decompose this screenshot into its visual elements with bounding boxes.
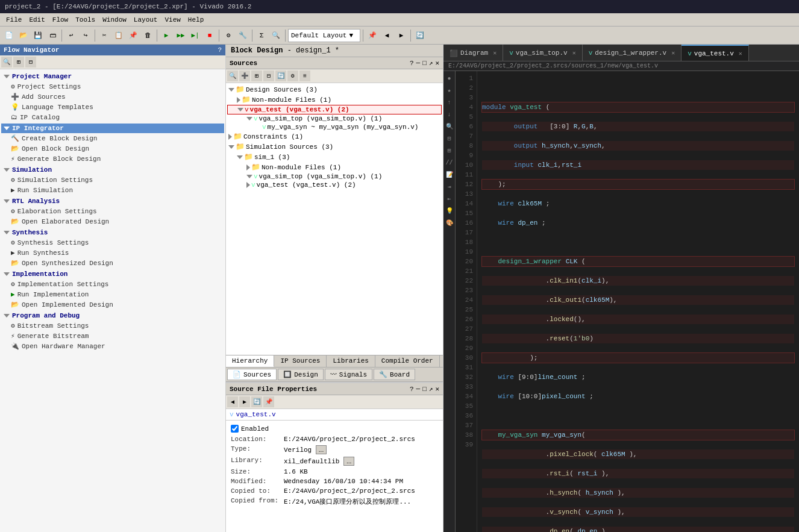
run2-button[interactable]: ▶▶ bbox=[174, 29, 187, 42]
save-button[interactable]: 💾 bbox=[31, 29, 45, 42]
editor-tab-diagram[interactable]: ⬛ Diagram ✕ bbox=[443, 45, 503, 61]
find-icon[interactable]: 🔍 bbox=[445, 122, 454, 131]
tree-item-constraints[interactable]: 📁 Constraints (1) bbox=[227, 131, 442, 142]
refresh-sfp-icon[interactable]: 🔄 bbox=[251, 396, 262, 407]
nav-item-run-impl[interactable]: ▶ Run Implementation bbox=[1, 289, 224, 299]
expand-all-icon[interactable]: ⊞ bbox=[13, 57, 24, 67]
outdent-icon[interactable]: ⇤ bbox=[445, 194, 454, 204]
subtab-design[interactable]: 🔲 Design bbox=[278, 369, 324, 380]
enabled-checkbox[interactable] bbox=[231, 425, 239, 433]
search-button[interactable]: 🔍 bbox=[269, 29, 283, 42]
subtab-board[interactable]: 🔧 Board bbox=[374, 369, 415, 380]
nav-item-add-sources[interactable]: ➕ Add Sources bbox=[1, 92, 224, 102]
nav-item-hw-manager[interactable]: 🔌 Open Hardware Manager bbox=[1, 341, 224, 351]
next-button[interactable]: ▶ bbox=[239, 396, 250, 407]
tree-item-my-vga-syn[interactable]: v my_vga_syn ~ my_vga_syn (my_vga_syn.v) bbox=[227, 123, 442, 131]
library-browse-button[interactable]: ... bbox=[343, 457, 354, 466]
code-editor[interactable]: module vga_test ( output [3:0] R,G,B, ou… bbox=[477, 71, 799, 532]
color-icon[interactable]: 🎨 bbox=[445, 218, 454, 228]
nav-item-sim-settings[interactable]: ⚙ Simulation Settings bbox=[1, 175, 224, 185]
nav-item-bitstream-settings[interactable]: ⚙ Bitstream Settings bbox=[1, 321, 224, 331]
tree-item-sim-sources[interactable]: 📁 Simulation Sources (3) bbox=[227, 142, 442, 152]
nav-section-header-synth[interactable]: Synthesis bbox=[1, 228, 224, 237]
maximize-icon[interactable]: □ bbox=[422, 60, 427, 67]
collapse-all-icon[interactable]: ⊟ bbox=[25, 57, 36, 67]
nav-item-gen-bd[interactable]: ⚡ Generate Block Design bbox=[1, 154, 224, 164]
expand-sources-icon[interactable]: ⊞ bbox=[251, 70, 262, 81]
options-sources-icon[interactable]: ⚙ bbox=[287, 70, 298, 81]
tab-hierarchy[interactable]: Hierarchy bbox=[226, 355, 274, 367]
menu-window[interactable]: Window bbox=[99, 16, 130, 23]
nav-item-impl-settings[interactable]: ⚙ Implementation Settings bbox=[1, 279, 224, 289]
save-all-button[interactable]: 🗃 bbox=[46, 29, 59, 42]
delete-button[interactable]: 🗑 bbox=[141, 29, 154, 42]
float-icon[interactable]: ↗ bbox=[429, 385, 433, 393]
bulb-icon[interactable]: 💡 bbox=[445, 206, 454, 216]
minimize-icon[interactable]: ─ bbox=[416, 60, 421, 67]
more-sources-icon[interactable]: ≡ bbox=[299, 70, 310, 81]
nav-item-run-synth[interactable]: ▶ Run Synthesis bbox=[1, 248, 224, 258]
minimize-icon[interactable]: ─ bbox=[416, 386, 421, 393]
menu-edit[interactable]: Edit bbox=[25, 16, 48, 23]
editor-tab-design1-wrapper[interactable]: v design_1_wrapper.v ✕ bbox=[583, 45, 682, 61]
refresh-sources-icon[interactable]: 🔄 bbox=[275, 70, 286, 81]
undo-button[interactable]: ↩ bbox=[64, 29, 78, 42]
bookmark-icon[interactable]: ★ bbox=[445, 86, 454, 95]
close-icon[interactable]: ✕ bbox=[435, 59, 439, 67]
nav-back-button[interactable]: ◀ bbox=[380, 29, 393, 42]
close-icon[interactable]: ✕ bbox=[435, 385, 439, 393]
search-sources-icon[interactable]: 🔍 bbox=[227, 70, 238, 81]
tree-item-vga-sim-top[interactable]: v vga_sim_top (vga_sim_top.v) (1) bbox=[227, 114, 442, 123]
tab-ip-sources[interactable]: IP Sources bbox=[274, 355, 327, 367]
breakpoint-icon[interactable]: ● bbox=[445, 74, 454, 83]
subtab-sources[interactable]: 📄 Sources bbox=[227, 369, 277, 380]
nav-section-header-rtl[interactable]: RTL Analysis bbox=[1, 196, 224, 206]
menu-help[interactable]: Help bbox=[184, 16, 207, 23]
nav-item-gen-bitstream[interactable]: ⚡ Generate Bitstream bbox=[1, 331, 224, 341]
nav-section-header-prog[interactable]: Program and Debug bbox=[1, 311, 224, 321]
nav-item-ip-catalog[interactable]: 🗂 IP Catalog bbox=[1, 112, 224, 122]
tab-compile-order[interactable]: Compile Order bbox=[375, 355, 440, 367]
search-nav-icon[interactable]: 🔍 bbox=[1, 57, 12, 67]
float-icon[interactable]: ↗ bbox=[429, 59, 433, 67]
nav-item-run-sim[interactable]: ▶ Run Simulation bbox=[1, 185, 224, 195]
editor-tab-vga-sim-top[interactable]: v vga_sim_top.v ✕ bbox=[503, 45, 582, 61]
menu-file[interactable]: File bbox=[2, 16, 25, 23]
tree-item-vga-test[interactable]: v vga_test (vga_test.v) (2) bbox=[227, 105, 442, 114]
pin-sfp-icon[interactable]: 📌 bbox=[263, 396, 274, 407]
editor-tab-vga-test[interactable]: v vga_test.v ✕ bbox=[682, 45, 749, 61]
refresh-button[interactable]: 🔄 bbox=[413, 29, 427, 42]
nav-section-header-ip[interactable]: IP Integrator bbox=[1, 124, 224, 133]
tree-item-sim-non-module[interactable]: 📁 Non-module Files (1) bbox=[227, 162, 442, 172]
synth-button[interactable]: ⚙ bbox=[222, 29, 235, 42]
run3-button[interactable]: ▶| bbox=[189, 29, 202, 42]
comment-icon[interactable]: 📝 bbox=[445, 170, 454, 180]
collapse-sources-icon[interactable]: ⊟ bbox=[263, 70, 274, 81]
close-icon[interactable]: ✕ bbox=[671, 49, 675, 57]
nav-fwd-button[interactable]: ▶ bbox=[395, 29, 408, 42]
stop-button[interactable]: ■ bbox=[203, 29, 216, 42]
nav-item-open-elab[interactable]: 📂 Open Elaborated Design bbox=[1, 216, 224, 227]
cut-button[interactable]: ✂ bbox=[98, 29, 111, 42]
tree-item-sim-vga-test[interactable]: v vga_test (vga_test.v) (2) bbox=[227, 181, 442, 189]
pin-button[interactable]: 📌 bbox=[366, 29, 379, 42]
maximize-icon[interactable]: □ bbox=[422, 386, 427, 393]
new-file-button[interactable]: 📄 bbox=[2, 29, 16, 42]
help-icon[interactable]: ? bbox=[410, 60, 414, 67]
nav-section-header-project[interactable]: Project Manager bbox=[1, 72, 224, 81]
tree-item-sim-vga-sim-top[interactable]: v vga_sim_top (vga_sim_top.v) (1) bbox=[227, 172, 442, 181]
nav-item-open-synth[interactable]: 📂 Open Synthesized Design bbox=[1, 258, 224, 268]
sigma-button[interactable]: Σ bbox=[255, 29, 268, 42]
nav-item-open-bd[interactable]: 📂 Open Block Design bbox=[1, 143, 224, 154]
menu-layout[interactable]: Layout bbox=[130, 16, 161, 23]
copy-button[interactable]: 📋 bbox=[112, 29, 125, 42]
nav-next-icon[interactable]: ↓ bbox=[445, 110, 454, 119]
close-icon[interactable]: ✕ bbox=[493, 49, 497, 57]
type-browse-button[interactable]: ... bbox=[316, 445, 327, 454]
nav-section-header-impl[interactable]: Implementation bbox=[1, 269, 224, 279]
nav-item-synth-settings[interactable]: ⚙ Synthesis Settings bbox=[1, 237, 224, 248]
nav-prev-icon[interactable]: ↑ bbox=[445, 98, 454, 107]
open-button[interactable]: 📂 bbox=[17, 29, 30, 42]
menu-tools[interactable]: Tools bbox=[72, 16, 99, 23]
close-icon[interactable]: ✕ bbox=[739, 50, 742, 57]
